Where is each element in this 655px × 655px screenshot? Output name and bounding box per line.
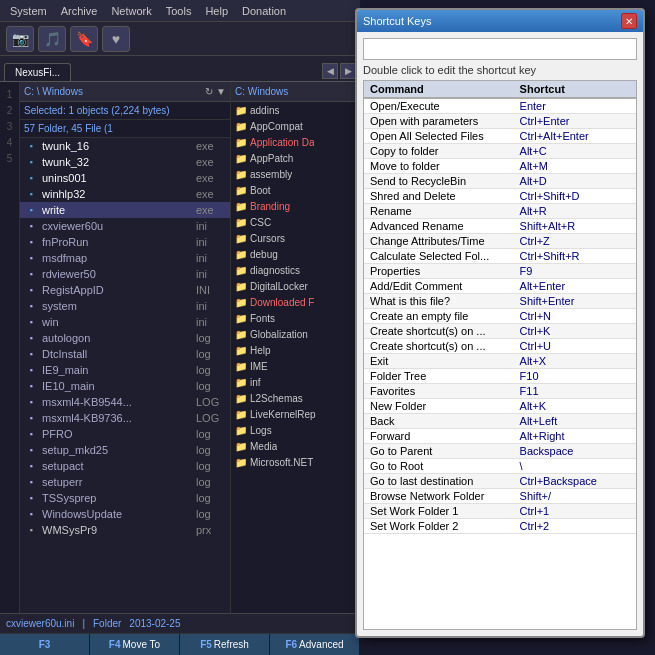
table-row[interactable]: ▪TSSyspreplog xyxy=(20,490,230,506)
table-row[interactable]: Send to RecycleBinAlt+D xyxy=(364,174,636,189)
heart-button[interactable]: ♥ xyxy=(102,26,130,52)
bookmark-button[interactable]: 🔖 xyxy=(70,26,98,52)
list-item[interactable]: 📁AppCompat xyxy=(231,118,360,134)
list-item[interactable]: 📁Media xyxy=(231,438,360,454)
table-row[interactable]: ForwardAlt+Right xyxy=(364,429,636,444)
menu-help[interactable]: Help xyxy=(199,3,234,19)
table-row[interactable]: ▪fnProRunini xyxy=(20,234,230,250)
list-item[interactable]: 📁IME xyxy=(231,358,360,374)
list-item[interactable]: 📁CSC xyxy=(231,214,360,230)
table-row[interactable]: Advanced RenameShift+Alt+R xyxy=(364,219,636,234)
table-row[interactable]: Move to folderAlt+M xyxy=(364,159,636,174)
table-row[interactable]: Add/Edit CommentAlt+Enter xyxy=(364,279,636,294)
list-item[interactable]: 📁Boot xyxy=(231,182,360,198)
f5-button[interactable]: F5 Refresh xyxy=(180,634,270,656)
table-row[interactable]: Set Work Folder 1Ctrl+1 xyxy=(364,504,636,519)
list-item[interactable]: 📁Help xyxy=(231,342,360,358)
table-row[interactable]: ▪PFROlog xyxy=(20,426,230,442)
menu-system[interactable]: System xyxy=(4,3,53,19)
list-item[interactable]: 📁addins xyxy=(231,102,360,118)
table-row[interactable]: PropertiesF9 xyxy=(364,264,636,279)
table-row[interactable]: Go to ParentBackspace xyxy=(364,444,636,459)
dialog-close-button[interactable]: ✕ xyxy=(621,13,637,29)
menu-tools[interactable]: Tools xyxy=(160,3,198,19)
table-row[interactable]: ▪msdfmapini xyxy=(20,250,230,266)
f4-button[interactable]: F4 Move To xyxy=(90,634,180,656)
table-row[interactable]: ▪setuperrlog xyxy=(20,474,230,490)
table-row[interactable]: Go to last destinationCtrl+Backspace xyxy=(364,474,636,489)
list-item[interactable]: 📁Downloaded F xyxy=(231,294,360,310)
tab-left-button[interactable]: ◀ xyxy=(322,63,338,79)
list-item[interactable]: 📁Application Da xyxy=(231,134,360,150)
menu-network[interactable]: Network xyxy=(105,3,157,19)
table-row[interactable]: ▪twunk_32exe xyxy=(20,154,230,170)
list-item[interactable]: 📁DigitalLocker xyxy=(231,278,360,294)
table-row[interactable]: Calculate Selected Fol...Ctrl+Shift+R xyxy=(364,249,636,264)
table-row[interactable]: ▪msxml4-KB9544...LOG xyxy=(20,394,230,410)
table-row[interactable]: Go to Root\ xyxy=(364,459,636,474)
list-item[interactable]: 📁Branding xyxy=(231,198,360,214)
table-row[interactable]: ▪unins001exe xyxy=(20,170,230,186)
table-row[interactable]: ExitAlt+X xyxy=(364,354,636,369)
list-item[interactable]: 📁Fonts xyxy=(231,310,360,326)
table-row[interactable]: ▪IE10_mainlog xyxy=(20,378,230,394)
table-row[interactable]: ▪RegistAppIDINI xyxy=(20,282,230,298)
table-row[interactable]: Set Work Folder 2Ctrl+2 xyxy=(364,519,636,534)
table-row[interactable]: ▪rdviewer50ini xyxy=(20,266,230,282)
table-row[interactable]: Create an empty fileCtrl+N xyxy=(364,309,636,324)
menu-donation[interactable]: Donation xyxy=(236,3,292,19)
list-item[interactable]: 📁Logs xyxy=(231,422,360,438)
table-row[interactable]: Change Attributes/TimeCtrl+Z xyxy=(364,234,636,249)
table-row[interactable]: ▪setupactlog xyxy=(20,458,230,474)
table-row[interactable]: ▪twunk_16exe xyxy=(20,138,230,154)
table-row[interactable]: ▪WMSysPr9prx xyxy=(20,522,230,538)
list-item[interactable]: 📁diagnostics xyxy=(231,262,360,278)
table-row[interactable]: Create shortcut(s) on ...Ctrl+K xyxy=(364,324,636,339)
table-row[interactable]: What is this file?Shift+Enter xyxy=(364,294,636,309)
list-item[interactable]: 📁Cursors xyxy=(231,230,360,246)
table-row[interactable]: Open All Selected FilesCtrl+Alt+Enter xyxy=(364,129,636,144)
list-item[interactable]: 📁Microsoft.NET xyxy=(231,454,360,470)
table-row[interactable]: Open/ExecuteEnter xyxy=(364,98,636,114)
table-row[interactable]: New FolderAlt+K xyxy=(364,399,636,414)
f3-button[interactable]: F3 xyxy=(0,634,90,656)
table-row[interactable]: ▪autologonlog xyxy=(20,330,230,346)
folder-list[interactable]: 📁addins📁AppCompat📁Application Da📁AppPatc… xyxy=(231,102,360,613)
menu-archive[interactable]: Archive xyxy=(55,3,104,19)
shortcut-search-input[interactable] xyxy=(363,38,637,60)
tab-right-button[interactable]: ▶ xyxy=(340,63,356,79)
f6-button[interactable]: F6 Advanced xyxy=(270,634,360,656)
refresh-button[interactable]: ↻ ▼ xyxy=(205,86,226,97)
table-row[interactable]: ▪cxviewer60uini xyxy=(20,218,230,234)
table-row[interactable]: ▪writeexe xyxy=(20,202,230,218)
table-row[interactable]: Open with parametersCtrl+Enter xyxy=(364,114,636,129)
list-item[interactable]: 📁inf xyxy=(231,374,360,390)
file-list[interactable]: ▪twunk_16exe▪twunk_32exe▪unins001exe▪win… xyxy=(20,138,230,613)
tab-nexusfi[interactable]: NexusFi... xyxy=(4,63,71,81)
table-row[interactable]: ▪msxml4-KB9736...LOG xyxy=(20,410,230,426)
camera-button[interactable]: 📷 xyxy=(6,26,34,52)
table-row[interactable]: RenameAlt+R xyxy=(364,204,636,219)
table-row[interactable]: ▪winhlp32exe xyxy=(20,186,230,202)
table-row[interactable]: Folder TreeF10 xyxy=(364,369,636,384)
list-item[interactable]: 📁debug xyxy=(231,246,360,262)
music-button[interactable]: 🎵 xyxy=(38,26,66,52)
list-item[interactable]: 📁LiveKernelRep xyxy=(231,406,360,422)
table-row[interactable]: Shred and DeleteCtrl+Shift+D xyxy=(364,189,636,204)
table-row[interactable]: ▪IE9_mainlog xyxy=(20,362,230,378)
list-item[interactable]: 📁Globalization xyxy=(231,326,360,342)
table-row[interactable]: Copy to folderAlt+C xyxy=(364,144,636,159)
table-row[interactable]: ▪setup_mkd25log xyxy=(20,442,230,458)
table-row[interactable]: ▪WindowsUpdatelog xyxy=(20,506,230,522)
shortcut-table-wrap[interactable]: Command Shortcut Open/ExecuteEnterOpen w… xyxy=(363,80,637,630)
list-item[interactable]: 📁AppPatch xyxy=(231,150,360,166)
table-row[interactable]: FavoritesF11 xyxy=(364,384,636,399)
table-row[interactable]: ▪DtcInstalllog xyxy=(20,346,230,362)
table-row[interactable]: BackAlt+Left xyxy=(364,414,636,429)
table-row[interactable]: ▪systemini xyxy=(20,298,230,314)
list-item[interactable]: 📁assembly xyxy=(231,166,360,182)
table-row[interactable]: Browse Network FolderShift+/ xyxy=(364,489,636,504)
list-item[interactable]: 📁L2Schemas xyxy=(231,390,360,406)
table-row[interactable]: ▪winini xyxy=(20,314,230,330)
table-row[interactable]: Create shortcut(s) on ...Ctrl+U xyxy=(364,339,636,354)
